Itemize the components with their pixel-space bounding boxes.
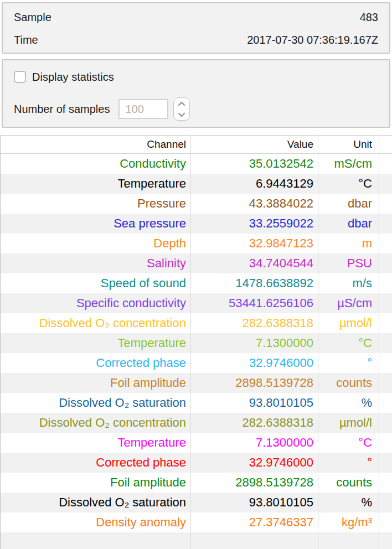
spare-cell [379,453,392,473]
channel-cell: Pressure [1,194,191,214]
unit-cell: °C [318,433,379,453]
channel-cell: Foil amplitude [1,373,191,393]
spare-cell [379,313,392,333]
unit-cell: ° [318,453,379,473]
channel-cell: Dissolved O₂ saturation [1,393,191,413]
channel-cell: Dissolved O₂ concentration [1,313,191,333]
table-row: Pressure43.3884022dbar [1,194,392,214]
display-statistics-row: Display statistics [14,70,389,84]
number-of-samples-row: Number of samples 100 [14,97,389,121]
unit-cell: mS/cm [318,154,379,174]
empty-row [1,532,392,549]
header-unit: Unit [318,136,379,153]
unit-cell: °C [318,333,379,353]
chevron-up-icon [178,101,185,106]
unit-cell: dbar [318,214,379,234]
table-row: Corrected phase32.9746000° [1,353,392,373]
unit-cell: % [318,393,379,413]
spare-cell [379,293,392,313]
table-row: Foil amplitude2898.5139728counts [1,373,392,393]
channel-cell: Depth [1,234,191,253]
value-cell: 7.1300000 [191,433,318,453]
unit-cell: dbar [318,194,379,214]
time-value: 2017-07-30 07:36:19.167Z [247,34,378,46]
value-cell: 1478.6638892 [191,273,318,293]
unit-cell: % [318,493,379,512]
chevron-down-icon [178,112,185,117]
table-row: Depth32.9847123m [1,234,392,253]
unit-cell: µS/cm [318,293,379,313]
channel-cell: Foil amplitude [1,473,191,493]
header-value: Value [191,136,318,153]
unit-cell: µmol/l [318,413,379,433]
channel-cell: Specific conductivity [1,293,191,313]
unit-cell: m [318,234,379,253]
value-cell: 53441.6256106 [191,293,318,313]
channel-cell: Corrected phase [1,353,191,373]
value-cell: 32.9847123 [191,234,318,253]
channel-cell: Temperature [1,433,191,453]
unit-cell: PSU [318,253,379,273]
number-of-samples-value: 100 [125,103,143,116]
value-cell: 35.0132542 [191,154,318,174]
table-row: Dissolved O₂ concentration282.6388318µmo… [1,413,392,433]
table-row: Dissolved O₂ saturation93.8010105% [1,493,392,512]
value-cell: 93.8010105 [191,493,318,512]
stepper-up-button[interactable] [174,98,189,109]
table-row: Temperature7.1300000°C [1,333,392,353]
table-row: Dissolved O₂ concentration282.6388318µmo… [1,313,392,333]
channel-cell [1,532,191,549]
spare-cell [379,273,392,293]
channel-cell: Density anomaly [1,512,191,532]
channel-cell: Dissolved O₂ concentration [1,413,191,433]
header-channel: Channel [1,136,191,153]
display-statistics-label: Display statistics [32,71,114,84]
spare-cell [379,234,392,253]
spare-cell [379,174,392,194]
channel-cell: Dissolved O₂ saturation [1,493,191,512]
unit-cell: m/s [318,273,379,293]
number-of-samples-input[interactable]: 100 [118,99,168,119]
spare-cell [379,333,392,353]
sample-value: 483 [360,11,378,24]
value-cell [191,532,318,549]
channel-cell: Sea pressure [1,214,191,234]
table-row: Density anomaly27.3746337kg/m³ [1,512,392,532]
sample-row: Sample 483 [3,8,389,27]
spare-cell [379,353,392,373]
number-of-samples-stepper [173,97,190,121]
header-spare [379,136,392,153]
statistics-panel: Display statistics Number of samples 100 [2,59,390,128]
channel-cell: Corrected phase [1,453,191,473]
table-row: Foil amplitude2898.5139728counts [1,473,392,493]
spare-cell [379,413,392,433]
value-cell: 282.6388318 [191,313,318,333]
spare-cell [379,493,392,512]
display-statistics-checkbox[interactable] [14,71,26,83]
value-cell: 43.3884022 [191,194,318,214]
table-row: Salinity34.7404544PSU [1,253,392,273]
channel-cell: Speed of sound [1,273,191,293]
value-cell: 93.8010105 [191,393,318,413]
spare-cell [379,373,392,393]
value-cell: 32.9746000 [191,353,318,373]
time-label: Time [14,34,38,46]
value-cell: 282.6388318 [191,413,318,433]
stepper-down-button[interactable] [174,109,189,120]
channel-table-header: Channel Value Unit [1,136,392,154]
unit-cell: °C [318,174,379,194]
channel-table: Channel Value Unit Conductivity35.013254… [0,135,392,549]
unit-cell: counts [318,373,379,393]
table-row: Corrected phase32.9746000° [1,453,392,473]
value-cell: 6.9443129 [191,174,318,194]
channel-cell: Temperature [1,333,191,353]
unit-cell: µmol/l [318,313,379,333]
unit-cell: counts [318,473,379,493]
table-row: Speed of sound1478.6638892m/s [1,273,392,293]
table-row: Temperature7.1300000°C [1,433,392,453]
spare-cell [379,532,392,549]
channel-cell: Conductivity [1,154,191,174]
value-cell: 27.3746337 [191,512,318,532]
spare-cell [379,512,392,532]
spare-cell [379,154,392,174]
